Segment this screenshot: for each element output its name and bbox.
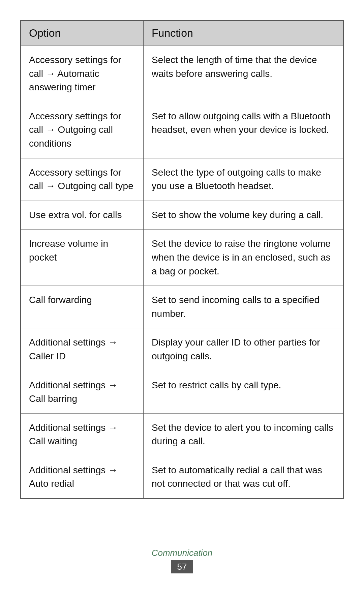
function-cell: Set the device to raise the ringtone vol… [143,230,343,286]
table-row: Additional settings → Caller IDDisplay y… [21,328,343,371]
page-number: 57 [171,560,193,573]
function-cell: Display your caller ID to other parties … [143,328,343,371]
table-header-row: Option Function [21,21,343,46]
function-cell: Set to automatically redial a call that … [143,456,343,499]
option-cell: Use extra vol. for calls [21,201,143,230]
option-cell: Additional settings → Auto redial [21,456,143,499]
function-cell: Set to send incoming calls to a specifie… [143,286,343,328]
table-row: Additional settings → Call barringSet to… [21,371,343,413]
option-cell: Additional settings → Caller ID [21,328,143,371]
function-cell: Select the type of outgoing calls to mak… [143,158,343,201]
option-cell: Accessory settings for call → Outgoing c… [21,102,143,158]
table-row: Use extra vol. for callsSet to show the … [21,201,343,230]
settings-table: Option Function Accessory settings for c… [20,20,344,499]
function-cell: Set the device to alert you to incoming … [143,413,343,456]
function-cell: Set to allow outgoing calls with a Bluet… [143,102,343,158]
table-row: Accessory settings for call → Outgoing c… [21,158,343,201]
option-cell: Additional settings → Call barring [21,371,143,413]
function-cell: Select the length of time that the devic… [143,46,343,102]
page-footer: Communication 57 [20,534,344,584]
option-cell: Additional settings → Call waiting [21,413,143,456]
option-cell: Accessory settings for call → Outgoing c… [21,158,143,201]
option-cell: Call forwarding [21,286,143,328]
option-cell: Increase volume in pocket [21,230,143,286]
header-option: Option [21,21,143,46]
table-row: Additional settings → Call waitingSet th… [21,413,343,456]
table-row: Increase volume in pocketSet the device … [21,230,343,286]
header-function: Function [143,21,343,46]
footer-label: Communication [20,548,344,558]
table-row: Accessory settings for call → Automatic … [21,46,343,102]
table-row: Call forwardingSet to send incoming call… [21,286,343,328]
function-cell: Set to show the volume key during a call… [143,201,343,230]
option-cell: Accessory settings for call → Automatic … [21,46,143,102]
function-cell: Set to restrict calls by call type. [143,371,343,413]
table-row: Additional settings → Auto redialSet to … [21,456,343,499]
page-content: Option Function Accessory settings for c… [20,13,344,584]
table-row: Accessory settings for call → Outgoing c… [21,102,343,158]
